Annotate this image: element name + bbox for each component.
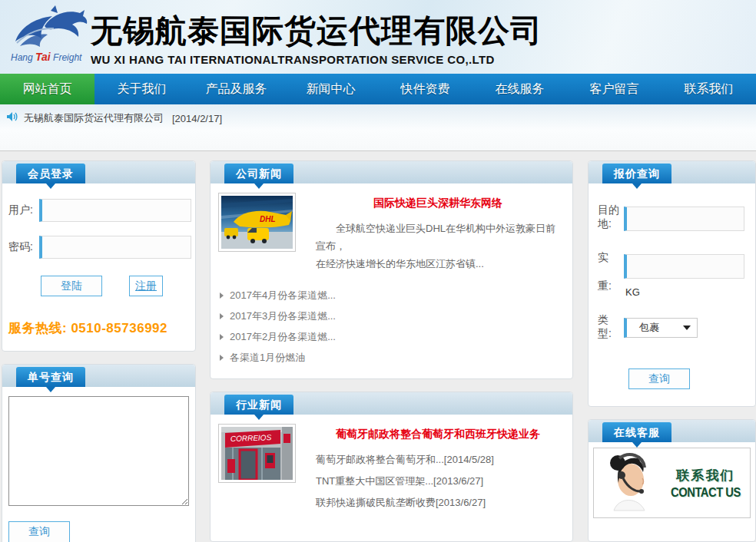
chevron-down-icon bbox=[683, 326, 691, 330]
weight-unit-label: KG bbox=[625, 286, 744, 298]
register-link[interactable]: 注册 bbox=[129, 276, 163, 296]
tracking-query-button[interactable]: 查询 bbox=[8, 521, 70, 542]
industry-news-list: 葡萄牙邮政将整合葡萄牙和...[2014/5/28] TNT重整大中国区管理架.… bbox=[316, 449, 560, 514]
summary-line-1: 全球航空快递业巨头DHL在华机构中外运敦豪日前宣布， bbox=[316, 220, 560, 255]
login-button[interactable]: 登陆 bbox=[41, 276, 102, 296]
company-title: 无锡航泰国际货运代理有限公司 bbox=[91, 12, 542, 50]
contact-us-cn: 联系我们 bbox=[663, 467, 748, 484]
company-news-summary: 全球航空快递业巨头DHL在华机构中外运敦豪日前宣布， 在经济快速增长的华东地区江… bbox=[316, 220, 560, 273]
company-news-item[interactable]: 各渠道1月份燃油 bbox=[220, 347, 565, 368]
logo-word-hang: Hang bbox=[11, 52, 33, 63]
member-login-tab: 会员登录 bbox=[16, 164, 85, 183]
customer-service-image[interactable]: 联系我们 CONTACT US bbox=[593, 448, 751, 518]
nav-item-online-service[interactable]: 在线服务 bbox=[472, 74, 567, 104]
main-nav: 网站首页 关于我们 产品及服务 新闻中心 快件资费 在线服务 客户留言 联系我们 bbox=[0, 74, 756, 104]
nav-item-news[interactable]: 新闻中心 bbox=[284, 74, 378, 104]
nav-item-contact[interactable]: 联系我们 bbox=[662, 74, 756, 104]
quote-header: 报价查询 bbox=[589, 161, 755, 183]
right-column: 报价查询 目的 地: 实 bbox=[588, 160, 756, 542]
destination-label: 目的 地: bbox=[598, 200, 624, 236]
company-news-header: 公司新闻 bbox=[211, 161, 572, 183]
company-news-item[interactable]: 2017年3月份各渠道燃... bbox=[220, 306, 565, 326]
svg-text:CORREIOS: CORREIOS bbox=[230, 433, 272, 443]
online-service-panel: 在线客服 bbox=[588, 419, 756, 542]
type-select[interactable]: 包裹 bbox=[624, 318, 698, 338]
logo-word-freight: Freight bbox=[53, 52, 81, 63]
service-hotline: 服务热线: 0510-85736992 bbox=[2, 307, 195, 351]
summary-line-2: 在经济快速增长的华东地区江苏省镇... bbox=[316, 255, 560, 273]
bullet-icon bbox=[220, 313, 224, 319]
nav-item-about[interactable]: 关于我们 bbox=[94, 74, 189, 104]
company-news-item[interactable]: 2017年2月份各渠道燃... bbox=[220, 326, 565, 347]
site-header: Hang Tai Freight 无锡航泰国际货运代理有限公司 WU XI HA… bbox=[0, 0, 756, 74]
industry-news-panel: 行业新闻 CORREIOS bbox=[210, 392, 573, 542]
type-label: 类 型: bbox=[598, 310, 624, 345]
company-news-panel: 公司新闻 bbox=[210, 160, 573, 379]
quote-panel: 报价查询 目的 地: 实 bbox=[588, 160, 756, 407]
online-service-header: 在线客服 bbox=[589, 420, 755, 442]
type-select-value: 包裹 bbox=[639, 321, 659, 335]
correios-news-thumbnail[interactable]: CORREIOS bbox=[218, 424, 296, 483]
company-news-list: 2017年4月份各渠道燃... 2017年3月份各渠道燃... 2017年2月份… bbox=[220, 285, 565, 368]
quote-query-button[interactable]: 查询 bbox=[628, 368, 690, 389]
industry-news-item[interactable]: TNT重整大中国区管理架...[2013/6/27] bbox=[316, 471, 560, 492]
page: Hang Tai Freight 无锡航泰国际货运代理有限公司 WU XI HA… bbox=[0, 0, 756, 542]
quote-tab: 报价查询 bbox=[602, 164, 671, 183]
destination-input[interactable] bbox=[624, 207, 744, 231]
industry-news-headline[interactable]: 葡萄牙邮政将整合葡萄牙和西班牙快递业务 bbox=[316, 428, 560, 441]
bullet-icon bbox=[220, 355, 224, 361]
company-news-headline[interactable]: 国际快递巨头深耕华东网络 bbox=[316, 197, 560, 210]
nav-item-products[interactable]: 产品及服务 bbox=[189, 74, 284, 104]
member-login-header: 会员登录 bbox=[2, 161, 195, 183]
nav-item-rates[interactable]: 快件资费 bbox=[378, 74, 472, 104]
customer-service-agent-icon bbox=[595, 449, 663, 517]
company-logo[interactable]: Hang Tai Freight bbox=[5, 3, 91, 71]
industry-news-item[interactable]: 葡萄牙邮政将整合葡萄牙和...[2014/5/28] bbox=[316, 449, 560, 471]
password-label: 密码: bbox=[8, 240, 39, 254]
speaker-icon bbox=[6, 111, 18, 125]
company-subtitle: WU XI HANG TAI ITERNATIONALTRANSPORTATIO… bbox=[91, 53, 542, 66]
header-titles: 无锡航泰国际货运代理有限公司 WU XI HANG TAI ITERNATION… bbox=[91, 8, 542, 66]
industry-news-item[interactable]: 联邦快递撕破民航垄断收费[2013/6/27] bbox=[316, 492, 560, 514]
username-label: 用户: bbox=[8, 203, 39, 217]
tracking-number-textarea[interactable] bbox=[8, 396, 189, 506]
announcement-bar: 无锡航泰国际货运代理有限公司 [2014/2/17] bbox=[0, 104, 756, 151]
contact-us-text: 联系我们 CONTACT US bbox=[663, 467, 748, 500]
industry-news-header: 行业新闻 bbox=[211, 392, 572, 415]
dhl-news-thumbnail[interactable]: DHL bbox=[218, 193, 296, 252]
tracking-header: 单号查询 bbox=[2, 365, 195, 387]
bullet-icon bbox=[220, 292, 224, 299]
announcement-date: [2014/2/17] bbox=[172, 113, 222, 124]
member-login-panel: 会员登录 用户: 密码: 登陆 注册 服务热线: bbox=[2, 160, 196, 352]
announcement-text[interactable]: 无锡航泰国际货运代理有限公司 bbox=[24, 111, 164, 125]
weight-label: 实 重: bbox=[598, 248, 624, 298]
industry-news-tab: 行业新闻 bbox=[224, 395, 293, 415]
tracking-panel: 单号查询 查询 bbox=[2, 364, 196, 542]
nav-item-home[interactable]: 网站首页 bbox=[0, 74, 94, 104]
logo-caption: Hang Tai Freight bbox=[11, 51, 81, 63]
left-column: 会员登录 用户: 密码: 登陆 注册 服务热线: bbox=[2, 160, 196, 542]
bullet-icon bbox=[220, 334, 224, 340]
horse-logo-icon bbox=[5, 3, 91, 54]
username-input[interactable] bbox=[39, 199, 191, 222]
company-news-item[interactable]: 2017年4月份各渠道燃... bbox=[220, 285, 565, 306]
weight-input[interactable] bbox=[624, 254, 744, 279]
logo-word-tai: Tai bbox=[35, 51, 51, 63]
company-news-tab: 公司新闻 bbox=[224, 164, 293, 183]
online-service-tab: 在线客服 bbox=[602, 422, 671, 442]
tracking-tab: 单号查询 bbox=[16, 367, 85, 387]
nav-item-guestbook[interactable]: 客户留言 bbox=[567, 74, 662, 104]
svg-text:DHL: DHL bbox=[260, 215, 276, 223]
contact-us-en: CONTACT US bbox=[666, 486, 744, 500]
middle-column: 公司新闻 bbox=[210, 160, 573, 542]
content-area: 会员登录 用户: 密码: 登陆 注册 服务热线: bbox=[0, 151, 756, 542]
password-input[interactable] bbox=[39, 236, 191, 259]
